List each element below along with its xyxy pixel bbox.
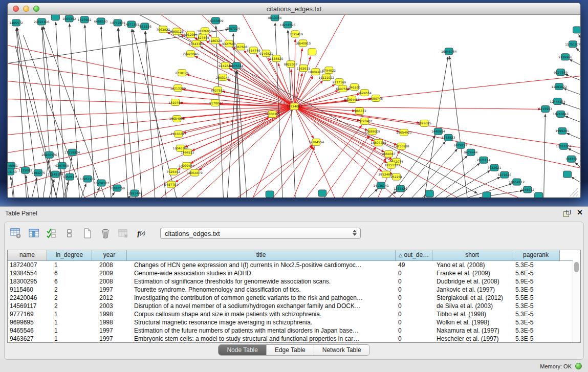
table-cell[interactable]: 18724007 <box>8 261 47 269</box>
table-cell[interactable]: 5.9E-5 <box>512 277 560 286</box>
table-row[interactable]: 946362711997Embryonic stem cells: a mode… <box>8 335 580 343</box>
table-cell[interactable]: 2008 <box>92 261 127 269</box>
table-cell[interactable]: 0 <box>396 286 432 294</box>
table-cell[interactable]: Structural magnetic resonance image aver… <box>127 318 396 326</box>
table-cell[interactable]: 0 <box>396 326 432 335</box>
table-scrollbar[interactable] <box>573 260 580 342</box>
table-cell[interactable]: 1 <box>47 318 92 326</box>
table-cell[interactable]: 0 <box>396 302 432 310</box>
close-panel-icon[interactable]: ✕ <box>577 208 583 216</box>
delete-table-icon[interactable] <box>99 227 112 239</box>
table-cell[interactable]: Tourette syndrome. Phenomenology and cla… <box>127 286 396 294</box>
table-scrollbar-thumb[interactable] <box>574 262 579 272</box>
table-cell[interactable]: de Silva et al. (2003) <box>432 302 512 310</box>
table-cell[interactable]: 2009 <box>92 269 127 277</box>
graph-node[interactable] <box>573 27 580 33</box>
table-cell[interactable]: 1997 <box>92 335 127 343</box>
table-cell[interactable]: 18300295 <box>8 277 47 286</box>
table-row[interactable]: 1872400712008Changes of HCN gene express… <box>8 261 580 269</box>
table-cell[interactable]: Estimation of significance thresholds fo… <box>127 277 396 286</box>
table-cell[interactable]: Yano et al. (2008) <box>432 261 512 269</box>
table-row[interactable]: 1456911722003Disruption of a novel membe… <box>8 302 580 310</box>
table-cell[interactable]: 1 <box>47 310 92 318</box>
table-cell[interactable]: 9465546 <box>8 326 47 335</box>
table-row[interactable]: 2242004622012Investigating the contribut… <box>8 294 580 302</box>
table-cell[interactable]: Estimation of the future numbers of pati… <box>127 326 396 335</box>
table-row[interactable]: 1830029562008Estimation of significance … <box>8 277 580 286</box>
table-cell[interactable]: 5.3E-5 <box>512 318 560 326</box>
table-cell[interactable]: 0 <box>396 277 432 286</box>
tab-edge-table[interactable]: Edge Table <box>267 345 314 355</box>
table-cell[interactable]: 5.3E-5 <box>512 310 560 318</box>
network-view-window[interactable]: citations_edges.txt 24055722069140610653… <box>7 3 581 197</box>
table-cell[interactable]: Genome-wide association studies in ADHD. <box>127 269 396 277</box>
table-cell[interactable]: 5.3E-5 <box>512 302 560 310</box>
table-cell[interactable]: 1997 <box>92 286 127 294</box>
table-cell[interactable]: Tibbo et al. (1998) <box>432 310 512 318</box>
table-cell[interactable]: 1998 <box>92 318 127 326</box>
table-cell[interactable]: Corpus callosum shape and size in male p… <box>127 310 396 318</box>
show-columns-icon[interactable] <box>28 227 40 239</box>
graph-node[interactable] <box>51 15 59 20</box>
column-header-pagerank[interactable]: pagerank <box>512 250 560 260</box>
graph-node[interactable] <box>483 192 491 198</box>
window-resize-grip[interactable] <box>573 191 578 196</box>
table-cell[interactable]: Hescheler et al. (1997) <box>432 335 512 343</box>
table-cell[interactable]: 9115460 <box>8 286 47 294</box>
table-cell[interactable]: 6 <box>47 277 92 286</box>
table-row[interactable]: 1938455462009Genome-wide association stu… <box>8 269 580 277</box>
column-header-short[interactable]: short <box>432 250 512 260</box>
table-cell[interactable]: 22420046 <box>8 294 47 302</box>
table-cell[interactable]: 0 <box>396 318 432 326</box>
table-cell[interactable]: Disruption of a novel member of a sodium… <box>127 302 396 310</box>
table-cell[interactable]: 9777169 <box>8 310 47 318</box>
table-cell[interactable]: 1998 <box>92 310 127 318</box>
table-cell[interactable]: Wolkin et al. (1998) <box>432 318 512 326</box>
graph-node[interactable] <box>266 191 274 198</box>
table-cell[interactable]: 2 <box>47 302 92 310</box>
table-cell[interactable]: 5.3E-5 <box>512 261 560 269</box>
table-cell[interactable]: 5.3E-5 <box>512 286 560 294</box>
table-cell[interactable]: 14569117 <box>8 302 47 310</box>
table-cell[interactable]: Changes of HCN gene expression and I(f) … <box>127 261 396 269</box>
table-cell[interactable]: 9699695 <box>8 318 47 326</box>
table-cell[interactable]: 2 <box>47 286 92 294</box>
table-cell[interactable]: 0 <box>396 269 432 277</box>
table-cell[interactable]: 2008 <box>92 277 127 286</box>
table-cell[interactable]: 5.3E-5 <box>512 326 560 335</box>
graph-node[interactable] <box>308 49 316 55</box>
table-cell[interactable]: 5.6E-5 <box>512 269 560 277</box>
window-resize-grip[interactable] <box>576 194 578 196</box>
table-cell[interactable]: Jankovic et al. (1997) <box>432 286 512 294</box>
table-cell[interactable]: 1 <box>47 335 92 343</box>
column-header-out_de[interactable]: △out_de… <box>396 250 432 260</box>
graph-node[interactable] <box>318 190 326 196</box>
tab-node-table[interactable]: Node Table <box>219 345 267 355</box>
table-cell[interactable]: Embryonic stem cells: a model to study s… <box>127 335 396 343</box>
tab-network-table[interactable]: Network Table <box>314 345 369 355</box>
table-cell[interactable]: 49 <box>396 261 432 269</box>
table-cell[interactable]: Nakamura et al. (1997) <box>432 326 512 335</box>
table-cell[interactable]: 5.5E-5 <box>512 294 560 302</box>
import-table-icon[interactable] <box>117 227 129 239</box>
graph-node[interactable] <box>563 171 572 178</box>
table-cell[interactable]: 2003 <box>92 302 127 310</box>
table-cell[interactable]: Dudbridge et al. (2008) <box>432 277 512 286</box>
table-cell[interactable]: 0 <box>396 335 432 343</box>
table-row[interactable]: 911546021997Tourette syndrome. Phenomeno… <box>8 286 580 294</box>
table-cell[interactable]: 1 <box>47 261 92 269</box>
row-height-icon[interactable] <box>63 227 76 239</box>
new-table-icon[interactable] <box>81 227 94 239</box>
function-builder-icon[interactable]: f(x) <box>135 227 147 239</box>
table-cell[interactable]: 19384554 <box>8 269 47 277</box>
table-cell[interactable]: Stergiakouli et al. (2012) <box>432 294 512 302</box>
table-row[interactable]: 969969511998Structural magnetic resonanc… <box>8 318 580 326</box>
table-settings-icon[interactable] <box>10 227 22 239</box>
table-select[interactable]: citations_edges.txt <box>160 228 361 239</box>
column-header-year[interactable]: year <box>92 250 127 260</box>
column-header-name[interactable]: name <box>8 250 47 260</box>
column-header-title[interactable]: title <box>127 250 396 260</box>
table-row[interactable]: 946554611997Estimation of the future num… <box>8 326 580 335</box>
table-cell[interactable]: Franke et al. (2009) <box>432 269 512 277</box>
table-cell[interactable]: 9463627 <box>8 335 47 343</box>
